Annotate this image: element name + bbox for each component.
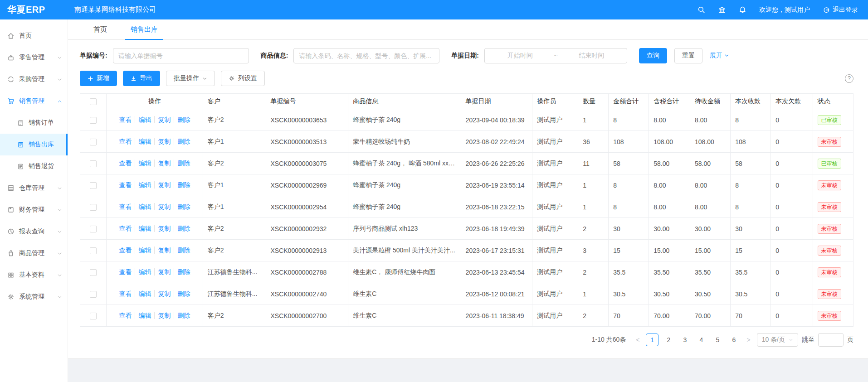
page-number-1[interactable]: 1 — [646, 334, 658, 346]
edit-link[interactable]: 编辑 — [135, 268, 154, 276]
delete-link[interactable]: 删除 — [174, 312, 193, 319]
copy-link[interactable]: 复制 — [154, 268, 174, 276]
copy-link[interactable]: 复制 — [154, 138, 174, 145]
view-link[interactable]: 查看 — [116, 138, 135, 145]
batch-actions-button[interactable]: 批量操作 — [166, 71, 215, 86]
delete-link[interactable]: 删除 — [174, 116, 193, 123]
reset-button[interactable]: 重置 — [674, 48, 702, 63]
sidebar-item-warehouse[interactable]: 仓库管理 — [0, 177, 68, 199]
prev-page-button[interactable]: < — [633, 336, 642, 343]
export-button[interactable]: 导出 — [123, 71, 160, 86]
view-link[interactable]: 查看 — [116, 290, 135, 297]
row-checkbox[interactable] — [90, 291, 97, 298]
select-all-checkbox[interactable] — [90, 98, 97, 105]
column-header: 单据编号 — [266, 94, 348, 109]
row-checkbox[interactable] — [90, 160, 97, 167]
copy-link[interactable]: 复制 — [154, 290, 174, 297]
row-checkbox[interactable] — [90, 226, 97, 232]
row-bill-no: XSCK00000002740 — [266, 283, 348, 305]
tab-home[interactable]: 首页 — [88, 19, 112, 39]
tab-sale-out[interactable]: 销售出库 — [125, 19, 163, 39]
page-size-select[interactable]: 10 条/页 — [757, 333, 798, 347]
jump-page-input[interactable] — [818, 333, 844, 347]
add-button[interactable]: 新增 — [80, 71, 117, 86]
delete-link[interactable]: 删除 — [174, 268, 193, 276]
view-link[interactable]: 查看 — [116, 203, 135, 210]
delete-link[interactable]: 删除 — [174, 138, 193, 145]
sidebar-item-goods[interactable]: 商品管理 — [0, 242, 68, 264]
search-icon[interactable] — [697, 6, 705, 14]
next-page-button[interactable]: > — [744, 336, 753, 343]
copy-link[interactable]: 复制 — [154, 116, 174, 123]
expand-link[interactable]: 展开 — [710, 52, 729, 60]
row-checkbox-cell — [80, 109, 107, 131]
row-checkbox[interactable] — [90, 204, 97, 211]
sidebar-item-sale-return[interactable]: 销售退货 — [0, 155, 68, 177]
page-number-4[interactable]: 4 — [695, 334, 707, 346]
page-number-2[interactable]: 2 — [662, 334, 675, 346]
copy-link[interactable]: 复制 — [154, 160, 174, 167]
edit-link[interactable]: 编辑 — [135, 181, 154, 189]
copy-link[interactable]: 复制 — [154, 312, 174, 319]
edit-link[interactable]: 编辑 — [135, 312, 154, 319]
sidebar-item-sale-out[interactable]: 销售出库 — [0, 134, 68, 155]
edit-link[interactable]: 编辑 — [135, 203, 154, 210]
delete-link[interactable]: 删除 — [174, 290, 193, 297]
edit-link[interactable]: 编辑 — [135, 225, 154, 232]
logout-button[interactable]: 退出登录 — [823, 6, 858, 14]
edit-link[interactable]: 编辑 — [135, 138, 154, 145]
sidebar-item-basic[interactable]: 基本资料 — [0, 264, 68, 286]
bank-icon[interactable] — [718, 6, 726, 14]
row-debt: 0 — [771, 109, 813, 131]
delete-link[interactable]: 删除 — [174, 247, 193, 254]
sidebar-item-label: 销售退货 — [29, 162, 54, 170]
pagination: 1-10 共60条 < 123456 > 10 条/页 跳至 页 — [80, 333, 853, 347]
delete-link[interactable]: 删除 — [174, 203, 193, 210]
page-number-5[interactable]: 5 — [711, 334, 724, 346]
edit-link[interactable]: 编辑 — [135, 290, 154, 297]
sidebar-item-system[interactable]: 系统管理 — [0, 286, 68, 308]
delete-link[interactable]: 删除 — [174, 181, 193, 189]
copy-link[interactable]: 复制 — [154, 181, 174, 189]
company-name: 南通某某网络科技有限公司 — [74, 5, 156, 14]
material-input[interactable] — [293, 48, 439, 63]
edit-link[interactable]: 编辑 — [135, 247, 154, 254]
edit-link[interactable]: 编辑 — [135, 116, 154, 123]
page-number-3[interactable]: 3 — [678, 334, 691, 346]
view-link[interactable]: 查看 — [116, 116, 135, 123]
bell-icon[interactable] — [739, 6, 746, 14]
row-checkbox[interactable] — [90, 269, 97, 276]
copy-link[interactable]: 复制 — [154, 203, 174, 210]
delete-link[interactable]: 删除 — [174, 160, 193, 167]
copy-link[interactable]: 复制 — [154, 225, 174, 232]
view-link[interactable]: 查看 — [116, 247, 135, 254]
sidebar-item-purchase[interactable]: 采购管理 — [0, 68, 68, 90]
row-checkbox[interactable] — [90, 247, 97, 254]
view-link[interactable]: 查看 — [116, 225, 135, 232]
sidebar-item-sales[interactable]: 销售管理 — [0, 90, 68, 112]
date-range-input[interactable]: 开始时间 ~ 结束时间 — [484, 48, 627, 63]
bill-no-input[interactable] — [113, 48, 249, 63]
view-link[interactable]: 查看 — [116, 181, 135, 189]
sidebar-item-home[interactable]: 首页 — [0, 25, 68, 47]
sidebar-item-retail[interactable]: 零售管理 — [0, 47, 68, 68]
delete-link[interactable]: 删除 — [174, 225, 193, 232]
sidebar-item-finance[interactable]: 财务管理 — [0, 199, 68, 221]
column-settings-button[interactable]: 列设置 — [221, 71, 265, 86]
row-checkbox[interactable] — [90, 182, 97, 189]
row-checkbox[interactable] — [90, 117, 97, 124]
view-link[interactable]: 查看 — [116, 312, 135, 319]
view-link[interactable]: 查看 — [116, 268, 135, 276]
search-button[interactable]: 查询 — [639, 48, 667, 63]
copy-link[interactable]: 复制 — [154, 247, 174, 254]
content-area: 单据编号: 商品信息: 单据日期: 开始时间 ~ 结束时间 查询 重置 展开 — [68, 40, 868, 358]
page-number-6[interactable]: 6 — [727, 334, 740, 346]
view-link[interactable]: 查看 — [116, 160, 135, 167]
row-checkbox[interactable] — [90, 313, 97, 319]
row-checkbox[interactable] — [90, 139, 97, 145]
edit-link[interactable]: 编辑 — [135, 160, 154, 167]
sidebar-item-sale-order[interactable]: 销售订单 — [0, 112, 68, 134]
help-icon[interactable]: ? — [845, 74, 853, 83]
row-checkbox-cell — [80, 240, 107, 261]
sidebar-item-report[interactable]: 报表查询 — [0, 221, 68, 242]
